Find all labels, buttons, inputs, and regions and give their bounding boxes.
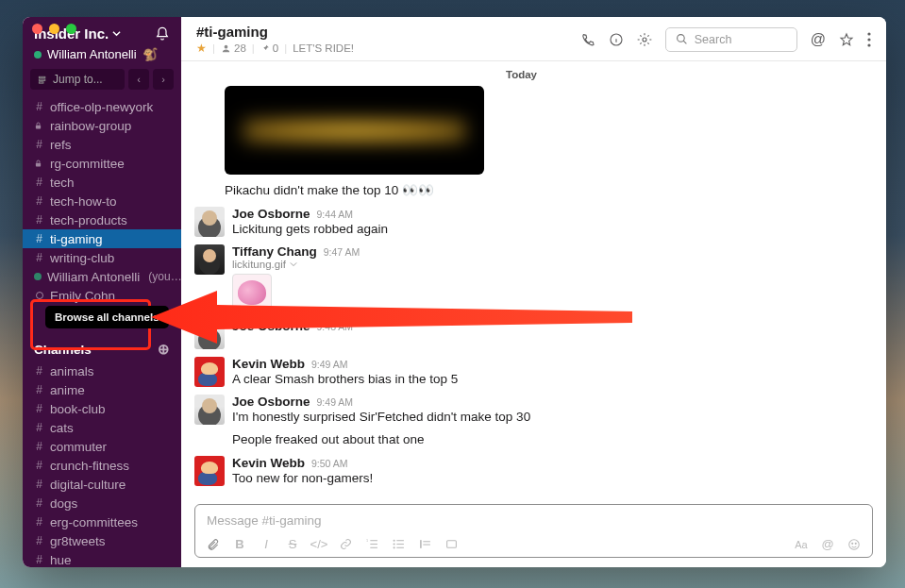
svg-point-11: [867, 43, 870, 46]
sidebar-item-cats[interactable]: #cats: [23, 418, 181, 437]
sidebar-item-book-club[interactable]: #book-club: [23, 399, 181, 418]
star-outline-icon[interactable]: [839, 32, 854, 47]
sidebar-item-refs[interactable]: #refs: [23, 135, 181, 154]
message-row[interactable]: Kevin Webb9:49 AMA clear Smash brothers …: [194, 355, 873, 393]
sidebar-item-digital-culture[interactable]: #digital-culture: [23, 475, 181, 494]
avatar[interactable]: [194, 207, 225, 237]
window-traffic-lights[interactable]: [32, 24, 76, 34]
sidebar-item-animals[interactable]: #animals: [23, 361, 181, 380]
format-toggle-icon[interactable]: Aa: [795, 539, 808, 550]
svg-rect-1: [39, 79, 44, 80]
message-author[interactable]: Joe Osborne: [232, 395, 310, 409]
sidebar-item-office-olp-newyork[interactable]: #office-olp-newyork: [23, 97, 181, 116]
more-icon[interactable]: [867, 32, 871, 47]
close-window-icon[interactable]: [32, 24, 42, 34]
sidebar-item-tech-how-to[interactable]: #tech-how-to: [23, 192, 181, 210]
sidebar-item-tech[interactable]: #tech: [23, 173, 181, 192]
sidebar-item-William-Antonelli[interactable]: William Antonelli(you… 🐒: [23, 267, 181, 286]
message-author[interactable]: Joe Osborne: [232, 319, 310, 333]
sidebar-item-Emily-Cohn[interactable]: Emily Cohn: [23, 286, 181, 305]
avatar[interactable]: [194, 357, 225, 387]
svg-point-7: [643, 38, 646, 42]
link-icon[interactable]: [339, 538, 352, 550]
ordered-list-icon[interactable]: 1: [365, 538, 378, 550]
channel-label: digital-culture: [50, 478, 126, 492]
avatar[interactable]: [194, 319, 225, 349]
svg-point-26: [849, 539, 860, 549]
sidebar-item-anime[interactable]: #anime: [23, 380, 181, 399]
add-channel-icon[interactable]: ⊕: [158, 341, 170, 358]
message-text: A clear Smash brothers bias in the top 5: [232, 372, 873, 386]
sidebar-item-writing-club[interactable]: #writing-club: [23, 248, 181, 267]
message-author[interactable]: Joe Osborne: [232, 207, 310, 221]
current-user-row[interactable]: William Antonelli 🐒: [23, 47, 181, 69]
history-forward-button[interactable]: ›: [153, 69, 174, 90]
pin-count[interactable]: 0: [260, 42, 278, 54]
channel-topic[interactable]: LET'S RIDE!: [293, 42, 354, 54]
message-row[interactable]: Joe Osborne9:48 AM: [194, 317, 873, 355]
star-icon[interactable]: ★: [196, 42, 207, 55]
svg-point-27: [852, 543, 853, 544]
chevron-down-icon: [112, 29, 121, 38]
jump-row: Jump to... ‹ ›: [23, 69, 181, 97]
sidebar-item-tech-products[interactable]: #tech-products: [23, 210, 181, 229]
bullet-list-icon[interactable]: [392, 538, 405, 550]
sidebar-item-hue[interactable]: #hue: [23, 550, 181, 567]
svg-rect-19: [396, 540, 404, 541]
sidebar-item-ti-gaming[interactable]: #ti-gaming: [23, 229, 181, 248]
member-count[interactable]: 28: [221, 42, 246, 54]
attachment-label[interactable]: lickitung.gif: [232, 259, 873, 270]
bell-icon[interactable]: [155, 26, 170, 42]
avatar[interactable]: [194, 456, 225, 486]
quote-icon[interactable]: [418, 538, 431, 550]
sidebar-item-erg-committees[interactable]: #erg-committees: [23, 512, 181, 531]
svg-rect-13: [370, 544, 377, 545]
channel-list[interactable]: #office-olp-newyorkrainbow-group#refsrg-…: [23, 97, 181, 567]
mentions-icon[interactable]: @: [811, 31, 826, 48]
italic-icon[interactable]: I: [260, 537, 273, 551]
search-icon: [676, 33, 688, 45]
message-row[interactable]: Joe Osborne9:49 AMI'm honestly surprised…: [194, 393, 873, 430]
attach-icon[interactable]: [207, 538, 220, 551]
minimize-window-icon[interactable]: [49, 24, 59, 34]
maximize-window-icon[interactable]: [66, 24, 76, 34]
sidebar-item-commuter[interactable]: #commuter: [23, 437, 181, 456]
channel-label: book-club: [50, 402, 106, 416]
avatar[interactable]: [194, 244, 225, 275]
channel-title[interactable]: #ti-gaming: [196, 24, 268, 40]
message-composer[interactable]: Message #ti-gaming B I S </> 1 Aa @: [194, 504, 873, 558]
codeblock-icon[interactable]: [444, 538, 458, 550]
channel-label: refs: [50, 138, 72, 152]
sidebar-item-rainbow-group[interactable]: rainbow-group: [23, 116, 181, 135]
jump-to-input[interactable]: Jump to...: [30, 69, 125, 90]
message-list[interactable]: Today Pikachu didn't make the top 10 👀👀 …: [181, 61, 886, 504]
avatar[interactable]: [194, 395, 225, 425]
message-author[interactable]: Kevin Webb: [232, 357, 305, 371]
sidebar-item-gr8tweets[interactable]: #gr8tweets: [23, 531, 181, 550]
gif-attachment[interactable]: [232, 274, 272, 311]
message-row[interactable]: Tiffany Chang9:47 AMlickitung.gif: [194, 243, 873, 317]
sidebar-item-rg-committee[interactable]: rg-committee: [23, 154, 181, 173]
message-author[interactable]: Kevin Webb: [232, 456, 305, 470]
gear-icon[interactable]: [637, 32, 652, 47]
channel-label: commuter: [50, 440, 107, 454]
channel-meta: ★ | 28 | 0 | LET'S RIDE!: [196, 42, 354, 55]
message-row[interactable]: Joe Osborne9:44 AMLickitung gets robbed …: [194, 205, 873, 243]
bold-icon[interactable]: B: [233, 537, 246, 551]
message-time: 9:47 AM: [324, 246, 360, 258]
message-author[interactable]: Tiffany Chang: [232, 244, 317, 259]
channel-label: William Antonelli: [47, 270, 140, 284]
strike-icon[interactable]: S: [286, 537, 299, 551]
at-mention-icon[interactable]: @: [821, 537, 834, 551]
channels-section-header[interactable]: Channels⊕: [23, 333, 181, 361]
message-row[interactable]: Kevin Webb9:50 AMToo new for non-gamers!: [194, 454, 873, 492]
history-back-button[interactable]: ‹: [128, 69, 149, 90]
phone-icon[interactable]: [580, 32, 595, 47]
emoji-picker-icon[interactable]: [847, 538, 861, 551]
sidebar-item-crunch-fitness[interactable]: #crunch-fitness: [23, 456, 181, 475]
search-input[interactable]: Search: [665, 27, 797, 52]
media-attachment[interactable]: [225, 86, 873, 175]
code-icon[interactable]: </>: [312, 537, 326, 551]
info-icon[interactable]: [609, 32, 624, 47]
sidebar-item-dogs[interactable]: #dogs: [23, 494, 181, 512]
